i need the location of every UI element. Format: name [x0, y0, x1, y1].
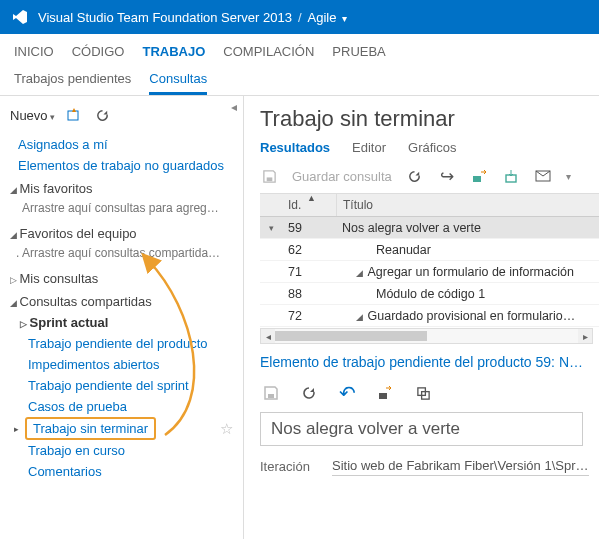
sidebar-toolbar: Nuevo	[10, 104, 237, 134]
cell-id: 62	[282, 243, 336, 257]
group-mis-favoritos[interactable]: Mis favoritos	[10, 176, 237, 199]
group-consultas-compartidas[interactable]: Consultas compartidas	[10, 289, 237, 312]
grid-body: ▾59Nos alegra volver a verte62Reanudar71…	[260, 217, 599, 327]
svg-marker-0	[13, 10, 27, 24]
rtab-resultados[interactable]: Resultados	[260, 140, 330, 155]
table-row[interactable]: 71Agregar un formulario de información	[260, 261, 599, 283]
breadcrumb-separator: /	[298, 10, 302, 25]
cell-id: 71	[282, 265, 336, 279]
svg-rect-2	[266, 177, 272, 181]
tab-prueba[interactable]: PRUEBA	[332, 44, 385, 65]
col-id[interactable]: Id.▲	[282, 194, 336, 216]
refresh-icon[interactable]	[93, 106, 111, 124]
vs-logo-icon	[10, 7, 30, 27]
col-title[interactable]: Título	[336, 194, 599, 216]
sub-nav: Trabajos pendientes Consultas	[0, 65, 599, 96]
detail-toolbar: ↶	[260, 380, 599, 406]
email-icon[interactable]	[534, 167, 552, 185]
work-item-heading[interactable]: Elemento de trabajo pendiente del produc…	[260, 354, 599, 370]
save-query-label[interactable]: Guardar consulta	[292, 169, 392, 184]
table-row[interactable]: ▾59Nos alegra volver a verte	[260, 217, 599, 239]
hint-favoritos-equipo: . Arrastre aquí consultas compartida…	[10, 244, 237, 266]
result-tabs: Resultados Editor Gráficos	[260, 140, 599, 155]
detail-copy-icon[interactable]	[414, 384, 432, 402]
breadcrumb-project[interactable]: Agile	[308, 10, 348, 25]
cell-title: Reanudar	[336, 243, 599, 257]
group-favoritos-equipo[interactable]: Favoritos del equipo	[10, 221, 237, 244]
redo-icon[interactable]: ↪	[438, 167, 456, 185]
svg-rect-6	[268, 394, 274, 398]
link-asignados-a-mi[interactable]: Asignados a mí	[10, 134, 237, 155]
detail-save-icon[interactable]	[262, 384, 280, 402]
iteration-field: Iteración Sitio web de Fabrikam Fiber\Ve…	[260, 456, 599, 476]
hint-mis-favoritos: Arrastre aquí consultas para agreg…	[10, 199, 237, 221]
svg-rect-1	[68, 111, 78, 120]
query-trabajo-sin-terminar[interactable]: Trabajo sin terminar	[25, 417, 156, 440]
tab-inicio[interactable]: INICIO	[14, 44, 54, 65]
main-nav: INICIO CÓDIGO TRABAJO COMPILACIÓN PRUEBA	[0, 34, 599, 65]
svg-rect-7	[379, 393, 387, 399]
cell-title: Guardado provisional en formulario…	[336, 309, 599, 323]
scroll-right-icon[interactable]: ▸	[578, 331, 592, 342]
hint-favoritos-equipo-text: Arrastre aquí consultas compartida…	[22, 246, 220, 260]
cell-title: Módulo de código 1	[336, 287, 599, 301]
query-row-selected: ▸ Trabajo sin terminar ☆	[10, 417, 237, 440]
wi-heading-prefix: Elemento de trabajo pendiente del produc…	[260, 354, 559, 370]
sort-asc-icon: ▲	[307, 193, 316, 203]
add-to-favorites-icon[interactable]	[65, 106, 83, 124]
tab-codigo[interactable]: CÓDIGO	[72, 44, 125, 65]
table-row[interactable]: 62Reanudar	[260, 239, 599, 261]
tab-compilacion[interactable]: COMPILACIÓN	[223, 44, 314, 65]
iteration-value[interactable]: Sitio web de Fabrikam Fiber\Versión 1\Sp…	[332, 456, 589, 476]
main-panel: Trabajo sin terminar Resultados Editor G…	[244, 96, 599, 539]
tab-trabajo[interactable]: TRABAJO	[142, 44, 205, 65]
cell-title: Agregar un formulario de información	[336, 265, 599, 279]
refresh-results-icon[interactable]	[406, 167, 424, 185]
detail-link-icon[interactable]	[376, 384, 394, 402]
subtab-pendientes[interactable]: Trabajos pendientes	[14, 71, 131, 95]
table-row[interactable]: 88Módulo de código 1	[260, 283, 599, 305]
detail-undo-icon[interactable]: ↶	[338, 384, 356, 402]
row-expander-icon[interactable]: ▾	[260, 223, 282, 233]
breadcrumb-product[interactable]: Visual Studio Team Foundation Server 201…	[38, 10, 292, 25]
scroll-thumb[interactable]	[275, 331, 427, 341]
favorite-star-icon[interactable]: ☆	[220, 420, 233, 438]
query-impedimentos[interactable]: Impedimentos abiertos	[10, 354, 237, 375]
cell-title: Nos alegra volver a verte	[336, 221, 599, 235]
query-casos-prueba[interactable]: Casos de prueba	[10, 396, 237, 417]
work-item-title-input[interactable]	[260, 412, 583, 446]
current-marker-icon: ▸	[14, 424, 19, 434]
toolbar-more-icon[interactable]: ▾	[566, 171, 571, 182]
page-title: Trabajo sin terminar	[260, 106, 599, 132]
query-sprint-actual[interactable]: Sprint actual	[10, 312, 237, 333]
horizontal-scrollbar[interactable]: ◂ ▸	[260, 328, 593, 344]
cell-id: 88	[282, 287, 336, 301]
subtab-consultas[interactable]: Consultas	[149, 71, 207, 95]
query-pendiente-producto[interactable]: Trabajo pendiente del producto	[10, 333, 237, 354]
query-trabajo-en-curso[interactable]: Trabajo en curso	[10, 440, 237, 461]
group-mis-consultas[interactable]: Mis consultas	[10, 266, 237, 289]
table-row[interactable]: 72Guardado provisional en formulario…	[260, 305, 599, 327]
new-button[interactable]: Nuevo	[10, 108, 55, 123]
sidebar: ◂ Nuevo Asignados a mí Elementos de trab…	[0, 96, 244, 539]
scroll-track[interactable]	[275, 329, 578, 343]
results-toolbar: Guardar consulta ↪ ▾	[260, 165, 599, 187]
cell-id: 72	[282, 309, 336, 323]
link-item-icon[interactable]	[470, 167, 488, 185]
rtab-editor[interactable]: Editor	[352, 140, 386, 155]
svg-rect-3	[473, 176, 481, 182]
rtab-graficos[interactable]: Gráficos	[408, 140, 456, 155]
query-comentarios[interactable]: Comentarios	[10, 461, 237, 482]
cell-id: 59	[282, 221, 336, 235]
collapse-sidebar-icon[interactable]: ◂	[231, 100, 237, 114]
scroll-left-icon[interactable]: ◂	[261, 331, 275, 342]
iteration-label: Iteración	[260, 459, 322, 474]
link-no-guardados[interactable]: Elementos de trabajo no guardados	[10, 155, 237, 176]
grid-header: Id.▲ Título	[260, 193, 599, 217]
query-pendiente-sprint[interactable]: Trabajo pendiente del sprint	[10, 375, 237, 396]
export-icon[interactable]	[502, 167, 520, 185]
content-area: ◂ Nuevo Asignados a mí Elementos de trab…	[0, 96, 599, 539]
detail-refresh-icon[interactable]	[300, 384, 318, 402]
save-icon[interactable]	[260, 167, 278, 185]
app-header: Visual Studio Team Foundation Server 201…	[0, 0, 599, 34]
